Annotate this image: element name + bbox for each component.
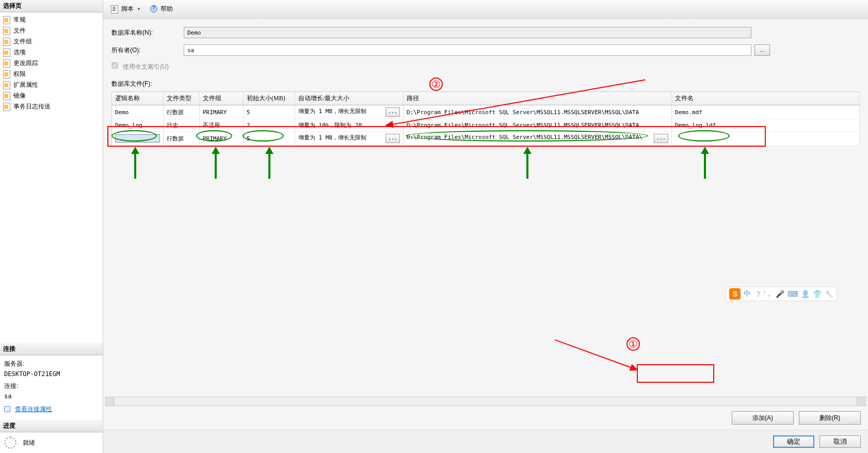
view-connection-link[interactable]: 查看连接属性 <box>15 405 52 413</box>
page-tree: 常规 文件 文件组 选项 更改跟踪 权限 扩展属性 镜像 事务日志传送 <box>0 12 103 114</box>
connection-header: 连接 <box>0 343 103 355</box>
table-row-new[interactable]: 行数据 PRIMARY 5 增量为 1 MB，增长无限制... D:\Progr… <box>112 132 860 146</box>
progress-box: 就绪 <box>0 432 103 453</box>
page-icon <box>3 27 11 35</box>
database-files-grid[interactable]: 逻辑名称 文件类型 文件组 初始大小(MB) 自动增长/最大大小 路径 文件名 … <box>111 91 860 146</box>
page-icon <box>3 70 11 79</box>
dbname-label: 数据库名称(N): <box>111 28 184 37</box>
col-filetype[interactable]: 文件类型 <box>164 92 200 105</box>
page-icon <box>3 16 11 24</box>
conn-label: 连接: <box>4 382 99 390</box>
col-filegroup[interactable]: 文件组 <box>200 92 244 105</box>
sidebar-item-filegroups[interactable]: 文件组 <box>0 36 103 47</box>
sidebar-item-changetracking[interactable]: 更改跟踪 <box>0 58 103 69</box>
sogou-icon[interactable]: S <box>729 288 741 300</box>
ok-button[interactable]: 确定 <box>773 435 814 448</box>
table-row[interactable]: Demo_log 日志 不适用 2 增量为 10%，限制为 20... D:\P… <box>112 119 860 132</box>
col-filename[interactable]: 文件名 <box>672 92 860 105</box>
horizontal-scrollbar[interactable] <box>105 397 866 406</box>
new-logicname-cell <box>115 134 160 143</box>
add-button[interactable]: 添加(A) <box>732 411 794 425</box>
page-icon <box>3 81 11 89</box>
conn-value: sa <box>4 393 99 400</box>
ime-skin-icon[interactable]: 👕 <box>813 290 822 298</box>
properties-icon <box>4 406 11 413</box>
script-icon <box>111 5 119 13</box>
server-value: DESKTOP-OT21EGM <box>4 370 99 378</box>
script-button[interactable]: 脚本 ▼ <box>107 3 144 15</box>
path-browse-button[interactable]: ... <box>654 134 668 143</box>
ime-punct-icon[interactable]: '， <box>764 289 773 299</box>
form-area: 数据库名称(N): 所有者(O): ... 使用全文索引(U) 数据库文件(F)… <box>103 19 868 154</box>
sidebar-item-mirroring[interactable]: 镜像 <box>0 90 103 101</box>
sidebar: 选择页 常规 文件 文件组 选项 更改跟踪 权限 扩展属性 镜像 事务日志传送 … <box>0 0 103 453</box>
owner-browse-button[interactable]: ... <box>754 44 770 56</box>
fulltext-checkbox-label: 使用全文索引(U) <box>111 63 169 70</box>
spinner-icon <box>4 436 17 449</box>
files-label: 数据库文件(F): <box>111 80 860 88</box>
connection-box: 服务器: DESKTOP-OT21EGM 连接: sa 查看连接属性 <box>0 355 103 420</box>
progress-status: 就绪 <box>23 439 35 447</box>
cancel-button[interactable]: 取消 <box>819 435 861 448</box>
dbname-input[interactable] <box>184 27 751 38</box>
help-icon <box>150 5 158 13</box>
sidebar-item-files[interactable]: 文件 <box>0 25 103 36</box>
growth-browse-button[interactable]: ... <box>385 107 400 117</box>
select-page-header: 选择页 <box>0 0 103 12</box>
fulltext-checkbox <box>111 62 118 69</box>
table-row[interactable]: Demo 行数据 PRIMARY 5 增量为 1 MB，增长无限制... D:\… <box>112 105 860 119</box>
ime-zh[interactable]: 中 <box>744 289 751 299</box>
page-icon <box>3 103 11 111</box>
sidebar-item-logshipping[interactable]: 事务日志传送 <box>0 101 103 112</box>
sidebar-item-extprops[interactable]: 扩展属性 <box>0 80 103 90</box>
page-icon <box>3 49 11 57</box>
server-label: 服务器: <box>4 360 99 368</box>
progress-header: 进度 <box>0 420 103 432</box>
ime-keyboard-icon[interactable]: ⌨ <box>787 290 798 298</box>
chevron-down-icon: ▼ <box>137 7 141 11</box>
ime-toolbar[interactable]: S 中 ☽ '， 🎤 ⌨ 👤 👕 🔧 <box>726 287 837 301</box>
col-path[interactable]: 路径 <box>404 92 672 105</box>
toolbar: 脚本 ▼ 帮助 <box>103 0 868 19</box>
col-logicname[interactable]: 逻辑名称 <box>112 92 164 105</box>
ime-moon-icon[interactable]: ☽ <box>754 290 761 298</box>
sidebar-item-options[interactable]: 选项 <box>0 47 103 58</box>
grid-header-row: 逻辑名称 文件类型 文件组 初始大小(MB) 自动增长/最大大小 路径 文件名 <box>112 92 860 105</box>
owner-label: 所有者(O): <box>111 46 184 55</box>
col-initsize[interactable]: 初始大小(MB) <box>244 92 295 105</box>
ime-tool-icon[interactable]: 🔧 <box>825 290 833 298</box>
help-button[interactable]: 帮助 <box>147 3 176 15</box>
sidebar-item-general[interactable]: 常规 <box>0 14 103 25</box>
sidebar-item-permissions[interactable]: 权限 <box>0 69 103 80</box>
owner-input[interactable] <box>184 44 751 56</box>
ime-mic-icon[interactable]: 🎤 <box>776 290 784 298</box>
page-icon <box>3 38 11 46</box>
growth-browse-button[interactable]: ... <box>385 134 400 143</box>
page-icon <box>3 59 11 68</box>
main-panel: 脚本 ▼ 帮助 数据库名称(N): 所有者(O): ... 使用全文索引 <box>103 0 868 453</box>
col-autogrowth[interactable]: 自动增长/最大大小 <box>295 92 404 105</box>
page-icon <box>3 92 11 100</box>
ime-user-icon[interactable]: 👤 <box>801 290 810 298</box>
delete-button[interactable]: 删除(R) <box>799 411 861 425</box>
